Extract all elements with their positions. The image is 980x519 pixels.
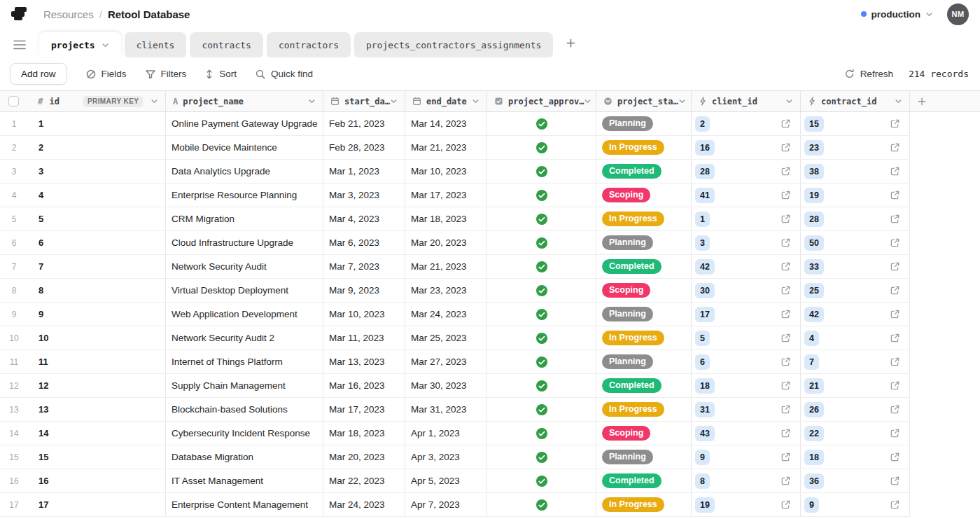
chevron-down-icon[interactable]: [150, 97, 158, 105]
external-link-icon[interactable]: [890, 190, 900, 200]
project-name-cell[interactable]: Online Payment Gateway Upgrade: [166, 112, 323, 136]
end-date-cell[interactable]: Apr 1, 2023: [405, 422, 487, 445]
project-status-cell[interactable]: Scoping: [596, 279, 692, 303]
quick-find-button[interactable]: Quick find: [255, 69, 313, 80]
external-link-icon[interactable]: [890, 237, 900, 248]
end-date-cell[interactable]: Mar 14, 2023: [405, 112, 487, 136]
client-id-cell[interactable]: 6: [692, 350, 801, 374]
project-status-cell[interactable]: Completed: [596, 160, 692, 184]
project-name-cell[interactable]: Supply Chain Management: [166, 374, 323, 398]
end-date-cell[interactable]: Mar 30, 2023: [405, 374, 487, 398]
contract-id-cell[interactable]: 7: [801, 350, 910, 374]
start-date-cell[interactable]: Mar 13, 2023: [323, 350, 405, 374]
project-name-cell[interactable]: Web Application Development: [166, 303, 323, 326]
contract-id-cell[interactable]: 28: [801, 207, 910, 231]
contract-id-chip[interactable]: 7: [804, 354, 819, 370]
project-status-cell[interactable]: Completed: [596, 374, 692, 398]
end-date-cell[interactable]: Apr 5, 2023: [405, 469, 487, 493]
external-link-icon[interactable]: [890, 118, 900, 129]
client-id-chip[interactable]: 2: [695, 116, 710, 132]
environment-selector[interactable]: production: [861, 9, 934, 20]
end-date-cell[interactable]: Mar 21, 2023: [405, 136, 487, 160]
table-row[interactable]: 6 6 Cloud Infrastructure Upgrade Mar 6, …: [0, 231, 980, 255]
contract-id-chip[interactable]: 50: [804, 235, 824, 251]
client-id-cell[interactable]: 19: [692, 493, 801, 517]
chevron-down-icon[interactable]: [472, 97, 479, 105]
external-link-icon[interactable]: [890, 357, 900, 367]
project-status-cell[interactable]: Completed: [596, 255, 692, 279]
project-name-cell[interactable]: Database Migration: [166, 445, 323, 469]
id-cell[interactable]: 17 17: [0, 493, 166, 517]
id-cell[interactable]: 2 2: [0, 136, 166, 160]
add-table-button[interactable]: [561, 34, 580, 52]
client-id-chip[interactable]: 42: [695, 259, 715, 275]
contract-id-chip[interactable]: 38: [804, 164, 824, 179]
contract-id-chip[interactable]: 22: [804, 426, 824, 441]
external-link-icon[interactable]: [780, 357, 791, 367]
start-date-cell[interactable]: Mar 11, 2023: [323, 326, 405, 350]
client-id-chip[interactable]: 8: [695, 473, 710, 489]
project-approval-cell[interactable]: [487, 350, 596, 374]
external-link-icon[interactable]: [890, 380, 900, 391]
end-date-cell[interactable]: Mar 31, 2023: [405, 398, 487, 422]
chevron-down-icon[interactable]: [678, 97, 686, 105]
client-id-chip[interactable]: 31: [695, 402, 715, 417]
external-link-icon[interactable]: [890, 309, 900, 319]
contract-id-chip[interactable]: 23: [804, 140, 824, 155]
id-cell[interactable]: 4 4: [0, 184, 166, 207]
table-row[interactable]: 8 8 Virtual Desktop Deployment Mar 9, 20…: [0, 279, 980, 303]
contract-id-cell[interactable]: 33: [801, 255, 910, 279]
client-id-cell[interactable]: 8: [692, 469, 801, 493]
project-approval-cell[interactable]: [487, 231, 596, 255]
table-row[interactable]: 4 4 Enterprise Resource Planning Mar 3, …: [0, 184, 980, 207]
contract-id-cell[interactable]: 26: [801, 398, 910, 422]
start-date-cell[interactable]: Mar 3, 2023: [323, 184, 405, 207]
id-cell[interactable]: 1 1: [0, 112, 166, 136]
fields-button[interactable]: Fields: [85, 69, 127, 80]
external-link-icon[interactable]: [780, 380, 791, 391]
project-name-cell[interactable]: Enterprise Resource Planning: [166, 184, 323, 207]
client-id-cell[interactable]: 3: [692, 231, 801, 255]
table-row[interactable]: 12 12 Supply Chain Management Mar 16, 20…: [0, 374, 980, 398]
contract-id-chip[interactable]: 26: [804, 402, 824, 417]
id-cell[interactable]: 8 8: [0, 279, 166, 303]
table-row[interactable]: 10 10 Network Security Audit 2 Mar 11, 2…: [0, 326, 980, 350]
end-date-cell[interactable]: Mar 25, 2023: [405, 326, 487, 350]
external-link-icon[interactable]: [780, 404, 791, 415]
project-approval-cell[interactable]: [487, 112, 596, 136]
project-approval-cell[interactable]: [487, 136, 596, 160]
start-date-cell[interactable]: Mar 9, 2023: [323, 279, 405, 303]
client-id-cell[interactable]: 31: [692, 398, 801, 422]
contract-id-chip[interactable]: 9: [804, 497, 819, 513]
contract-id-cell[interactable]: 4: [801, 326, 910, 350]
add-column-button[interactable]: [910, 91, 980, 111]
project-approval-cell[interactable]: [487, 445, 596, 469]
table-row[interactable]: 7 7 Network Security Audit Mar 7, 2023 M…: [0, 255, 980, 279]
menu-icon[interactable]: [10, 35, 29, 55]
contract-id-cell[interactable]: 42: [801, 303, 910, 326]
contract-id-chip[interactable]: 21: [804, 378, 824, 394]
client-id-chip[interactable]: 6: [695, 354, 710, 370]
project-status-cell[interactable]: Scoping: [596, 184, 692, 207]
client-id-chip[interactable]: 1: [695, 212, 710, 227]
end-date-cell[interactable]: Mar 23, 2023: [405, 279, 487, 303]
contract-id-cell[interactable]: 38: [801, 160, 910, 184]
column-header-project-approval[interactable]: project_approv…: [487, 91, 596, 111]
project-approval-cell[interactable]: [487, 279, 596, 303]
id-cell[interactable]: 15 15: [0, 445, 166, 469]
end-date-cell[interactable]: Mar 24, 2023: [405, 303, 487, 326]
client-id-cell[interactable]: 43: [692, 422, 801, 445]
id-cell[interactable]: 12 12: [0, 374, 166, 398]
project-name-cell[interactable]: Network Security Audit: [166, 255, 323, 279]
contract-id-cell[interactable]: 50: [801, 231, 910, 255]
external-link-icon[interactable]: [890, 261, 900, 272]
project-approval-cell[interactable]: [487, 303, 596, 326]
external-link-icon[interactable]: [780, 166, 791, 177]
contract-id-cell[interactable]: 23: [801, 136, 910, 160]
start-date-cell[interactable]: Feb 28, 2023: [323, 136, 405, 160]
external-link-icon[interactable]: [780, 285, 791, 296]
start-date-cell[interactable]: Feb 21, 2023: [323, 112, 405, 136]
id-cell[interactable]: 6 6: [0, 231, 166, 255]
project-status-cell[interactable]: Planning: [596, 445, 692, 469]
start-date-cell[interactable]: Mar 17, 2023: [323, 398, 405, 422]
